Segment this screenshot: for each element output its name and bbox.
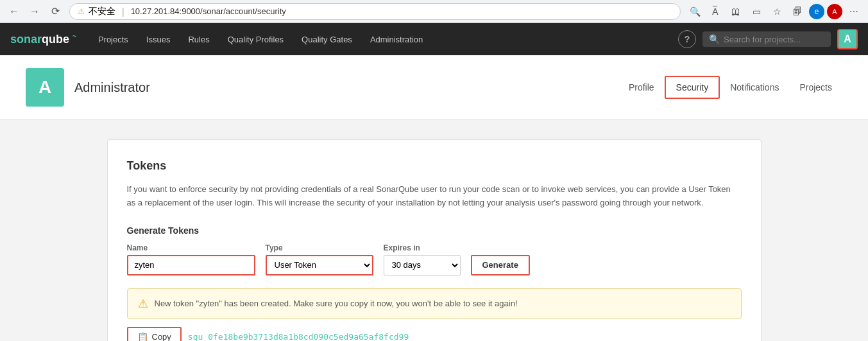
tab-profile[interactable]: Profile — [618, 76, 665, 99]
generate-tokens-title: Generate Tokens — [127, 225, 742, 236]
name-group: Name — [127, 243, 255, 275]
forward-button[interactable]: → — [26, 3, 44, 21]
browser-action-icons: 🔍 A̅ 🕮 ▭ ☆ 🗐 e A ⋯ — [686, 3, 863, 21]
url-text: 10.27.201.84:9000/sonar/account/security — [131, 6, 672, 16]
content-area: Tokens If you want to enforce security b… — [81, 120, 787, 341]
tokens-title: Tokens — [127, 159, 742, 173]
token-value: squ_0fe18be9b3713d8a1b8cd090c5ed9a65af8f… — [188, 332, 409, 341]
browser-nav-icons: ← → ⟳ — [5, 3, 64, 21]
warning-label: 不安全 — [89, 6, 115, 17]
nav-right: ? 🔍 A — [678, 29, 858, 49]
more-btn[interactable]: ⋯ — [845, 3, 863, 21]
expires-group: Expires in 30 days 60 days 90 days No ex… — [384, 243, 461, 275]
copy-token-row: 📋 Copy squ_0fe18be9b3713d8a1b8cd090c5ed9… — [127, 327, 742, 341]
security-warning-icon: ⚠ — [78, 7, 85, 16]
nav-item-quality-gates[interactable]: Quality Gates — [293, 23, 361, 55]
tokens-card: Tokens If you want to enforce security b… — [107, 139, 762, 341]
search-action-btn[interactable]: 🔍 — [686, 3, 704, 21]
logo-qube: qube — [42, 33, 69, 46]
reading-list-btn[interactable]: 🕮 — [727, 3, 745, 21]
copy-button[interactable]: 📋 Copy — [127, 327, 182, 341]
browser-profile-icon[interactable]: A — [827, 4, 842, 19]
nav-item-quality-profiles[interactable]: Quality Profiles — [219, 23, 293, 55]
search-bar[interactable]: 🔍 — [702, 31, 831, 47]
search-icon: 🔍 — [709, 34, 720, 44]
tab-security[interactable]: Security — [665, 76, 720, 99]
browser-chrome: ← → ⟳ ⚠ 不安全 | 10.27.201.84:9000/sonar/ac… — [0, 0, 868, 23]
browser-favorites-btn[interactable]: ☆ — [768, 3, 786, 21]
address-bar[interactable]: ⚠ 不安全 | 10.27.201.84:9000/sonar/account/… — [69, 3, 681, 20]
copy-icon: 📋 — [137, 332, 148, 341]
generate-button[interactable]: Generate — [471, 255, 530, 275]
account-header: A Administrator Profile Security Notific… — [0, 55, 868, 120]
back-button[interactable]: ← — [5, 3, 23, 21]
help-button[interactable]: ? — [678, 30, 696, 48]
edge-icon: e — [809, 4, 824, 19]
top-nav: sonarqube ~ Projects Issues Rules Qualit… — [0, 23, 868, 55]
logo-wave: ~ — [72, 33, 76, 40]
separator: | — [122, 6, 124, 17]
nav-item-issues[interactable]: Issues — [137, 23, 180, 55]
collections-btn[interactable]: 🗐 — [788, 3, 806, 21]
copy-label: Copy — [152, 332, 171, 341]
tab-projects[interactable]: Projects — [789, 76, 842, 99]
refresh-button[interactable]: ⟳ — [46, 3, 64, 21]
type-group: Type User Token Project Token Global Ana… — [266, 243, 373, 275]
expires-label: Expires in — [384, 243, 461, 252]
generate-tokens-form: Name Type User Token Project Token Globa… — [127, 243, 742, 275]
search-input[interactable] — [724, 35, 824, 44]
nav-item-rules[interactable]: Rules — [179, 23, 218, 55]
type-label: Type — [266, 243, 373, 252]
tab-notifications[interactable]: Notifications — [720, 76, 789, 99]
account-tabs: Profile Security Notifications Projects — [618, 76, 842, 99]
account-left: A Administrator — [26, 68, 150, 107]
logo-sonar: sonar — [10, 33, 42, 46]
notification-warning-icon: ⚠ — [138, 297, 148, 311]
read-mode-btn[interactable]: A̅ — [706, 3, 724, 21]
name-label: Name — [127, 243, 255, 252]
token-notification: ⚠ New token "zyten" has been created. Ma… — [127, 288, 742, 319]
name-input[interactable] — [127, 255, 255, 275]
user-avatar-nav[interactable]: A — [837, 29, 858, 49]
notification-text: New token "zyten" has been created. Make… — [155, 299, 518, 308]
nav-items: Projects Issues Rules Quality Profiles Q… — [89, 23, 432, 55]
tokens-description: If you want to enforce security by not p… — [127, 183, 742, 210]
split-btn[interactable]: ▭ — [747, 3, 765, 21]
type-select[interactable]: User Token Project Token Global Analysis… — [266, 255, 373, 275]
expires-select[interactable]: 30 days 60 days 90 days No expiration — [384, 255, 461, 275]
account-name: Administrator — [74, 80, 150, 95]
logo[interactable]: sonarqube ~ — [10, 33, 76, 46]
nav-item-administration[interactable]: Administration — [361, 23, 432, 55]
account-avatar: A — [26, 68, 64, 107]
nav-item-projects[interactable]: Projects — [89, 23, 137, 55]
